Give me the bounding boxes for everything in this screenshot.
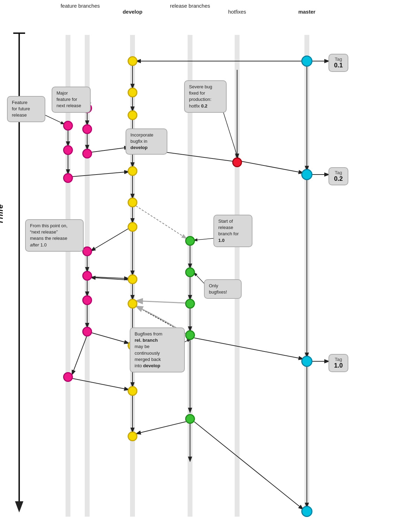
tag-box-02: Tag 0.2 [328, 167, 348, 185]
svg-line-52 [91, 278, 128, 280]
node-feature1-3 [63, 173, 73, 183]
tag-label-02: Tag [334, 170, 343, 175]
time-label: Time [0, 204, 5, 224]
svg-line-41 [241, 161, 303, 173]
col-label-feature: feature branches [58, 3, 103, 9]
tag-value-01: 0.1 [334, 62, 343, 69]
tag-label-10: Tag [334, 357, 343, 362]
col-label-hotfixes: hotfixes [220, 9, 255, 15]
tag-value-10: 1.0 [334, 362, 343, 369]
col-label-develop: develop [119, 9, 146, 15]
node-develop-2 [128, 88, 137, 97]
node-develop-5 [128, 166, 137, 176]
node-feature2-4 [82, 246, 92, 256]
node-release-4 [185, 330, 195, 340]
node-feature2-7 [82, 327, 92, 337]
node-develop-1 [128, 56, 137, 66]
node-master-2 [301, 169, 312, 180]
svg-line-50 [72, 335, 87, 374]
svg-line-55 [45, 115, 64, 124]
node-feature2-2 [82, 124, 92, 134]
node-develop-8 [128, 274, 137, 284]
svg-line-59 [194, 238, 216, 240]
callout-only-bugfixes: Onlybugfixes! [204, 279, 242, 299]
callout-major-feature: Majorfeature fornext release [52, 87, 91, 113]
svg-line-54 [137, 301, 186, 303]
tag-box-01: Tag 0.1 [328, 54, 348, 72]
svg-line-36 [72, 378, 128, 390]
node-master-3 [301, 356, 312, 367]
col-label-master: master [293, 9, 321, 15]
svg-overlay [0, 0, 401, 532]
node-release-5 [185, 414, 195, 424]
tag-label-01: Tag [334, 57, 343, 62]
svg-line-49 [194, 422, 303, 509]
node-feature1-bottom [63, 372, 73, 382]
tag-value-02: 0.2 [334, 175, 343, 183]
node-feature2-6 [82, 295, 92, 305]
node-develop-11 [128, 386, 137, 396]
col-label-release: release branches [167, 3, 213, 9]
svg-line-48 [137, 422, 186, 434]
svg-line-35 [91, 147, 128, 152]
node-develop-6 [128, 198, 137, 207]
node-develop-9 [128, 299, 137, 309]
node-release-2 [185, 267, 195, 277]
node-develop-3 [128, 110, 137, 120]
tag-box-10: Tag 1.0 [328, 354, 348, 372]
svg-line-34 [72, 172, 128, 177]
callout-next-release: From this point on,“next release”means t… [25, 219, 84, 252]
svg-line-53 [91, 229, 128, 251]
node-develop-12 [128, 431, 137, 441]
svg-line-37 [91, 277, 128, 279]
diagram-container: feature branches develop release branche… [0, 0, 401, 532]
node-develop-7 [128, 222, 137, 232]
node-master-1 [301, 56, 312, 67]
node-release-3 [185, 299, 195, 309]
node-feature1-2 [63, 145, 73, 155]
callout-start-release: Start ofreleasebranch for1.0 [213, 215, 252, 247]
node-feature1-1 [63, 121, 73, 131]
node-release-1 [185, 236, 195, 246]
callout-severe-bug: Severe bugfixed forproduction:hotfix 0.2 [184, 80, 227, 113]
svg-line-51 [91, 333, 128, 343]
node-master-4 [301, 506, 312, 517]
callout-feature-future: Featurefor futurerelease [7, 96, 45, 122]
svg-line-57 [223, 112, 238, 158]
node-feature2-5 [82, 271, 92, 281]
node-hotfix-1 [232, 157, 242, 167]
callout-bugfixes-merged: Bugfixes fromrel. branchmay becontinuous… [130, 327, 185, 372]
svg-line-38 [136, 206, 186, 238]
svg-line-46 [194, 338, 303, 359]
callout-incorporate-bugfix: Incorporatebugfix indevelop [126, 128, 167, 155]
node-feature2-3 [82, 149, 92, 158]
